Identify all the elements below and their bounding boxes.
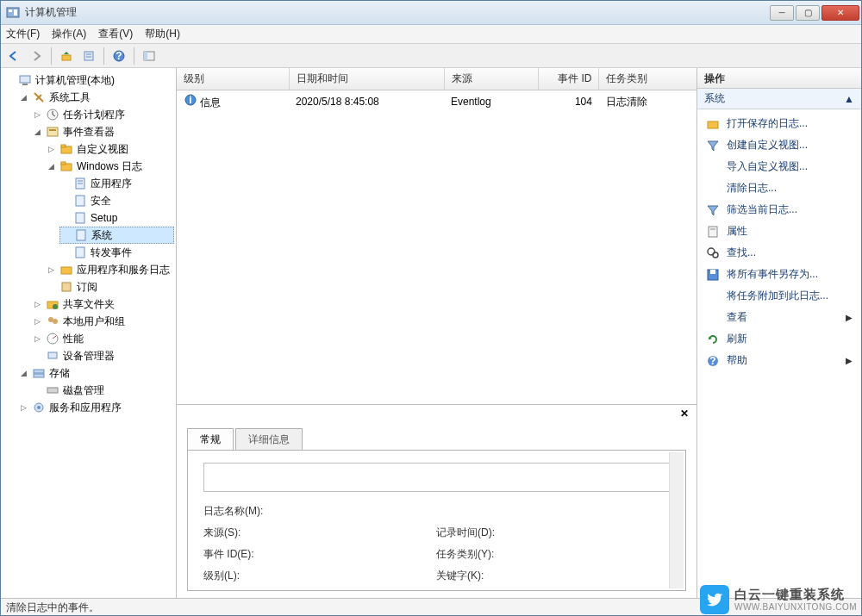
action-attach-task[interactable]: 将任务附加到此日志... — [697, 285, 861, 307]
action-find[interactable]: 查找... — [697, 242, 861, 264]
menu-file[interactable]: 文件(F) — [6, 27, 40, 41]
maximize-button[interactable]: ▢ — [796, 5, 820, 21]
folder-icon — [59, 159, 73, 173]
center-pane: 级别 日期和时间 来源 事件 ID 任务类别 i 信息 2020/5/18 8:… — [177, 68, 697, 598]
actions-section[interactable]: 系统 ▲ — [697, 89, 861, 109]
action-import-view[interactable]: 导入自定义视图... — [697, 156, 861, 177]
filter-icon — [706, 139, 720, 152]
col-source[interactable]: 来源 — [444, 68, 539, 90]
actions-list: 打开保存的日志... 创建自定义视图... 导入自定义视图... 清除日志...… — [697, 109, 861, 375]
detail-message-box — [203, 463, 670, 492]
log-icon — [73, 194, 87, 208]
actions-header: 操作 — [697, 68, 861, 89]
tree-windows-logs[interactable]: ◢Windows 日志 — [46, 158, 174, 175]
minimize-button[interactable]: ─ — [770, 5, 794, 21]
menu-view[interactable]: 查看(V) — [98, 27, 133, 41]
svg-rect-36 — [34, 374, 44, 377]
label-source: 来源(S): — [203, 526, 298, 540]
tree-task-scheduler[interactable]: ▷任务计划程序 — [32, 106, 174, 123]
col-level[interactable]: 级别 — [177, 68, 289, 90]
up-button[interactable] — [57, 47, 76, 65]
svg-rect-23 — [76, 196, 84, 206]
svg-point-30 — [53, 304, 58, 309]
show-pane-button[interactable] — [140, 47, 159, 65]
expand-icon[interactable]: ▷ — [46, 144, 56, 154]
tab-general[interactable]: 常规 — [187, 428, 234, 451]
event-grid-wrap[interactable]: 级别 日期和时间 来源 事件 ID 任务类别 i 信息 2020/5/18 8:… — [177, 68, 696, 405]
action-create-view[interactable]: 创建自定义视图... — [697, 134, 861, 156]
collapse-icon: ▲ — [844, 93, 854, 105]
info-icon: i — [184, 93, 197, 107]
properties-button[interactable] — [79, 47, 98, 65]
tree-log-system[interactable]: 系统 — [59, 227, 174, 244]
tree-shared-folders[interactable]: ▷共享文件夹 — [32, 296, 174, 313]
tab-details[interactable]: 详细信息 — [235, 428, 303, 451]
cell-eventid: 104 — [539, 90, 599, 114]
tree-app-svc-logs[interactable]: ▷应用程序和服务日志 — [46, 261, 174, 278]
collapse-icon[interactable]: ◢ — [18, 92, 28, 103]
expand-icon[interactable]: ▷ — [32, 316, 42, 327]
action-view[interactable]: 查看▶ — [697, 307, 861, 328]
collapse-icon[interactable]: ◢ — [46, 161, 56, 171]
action-filter-current[interactable]: 筛选当前日志... — [697, 199, 861, 221]
action-clear-log[interactable]: 清除日志... — [697, 177, 861, 199]
action-open-saved-log[interactable]: 打开保存的日志... — [697, 113, 861, 134]
tree-local-users[interactable]: ▷本地用户和组 — [32, 313, 174, 330]
tree-storage[interactable]: ◢存储 — [18, 364, 174, 382]
log-icon — [73, 246, 87, 259]
close-button[interactable]: ✕ — [821, 5, 859, 21]
expand-icon[interactable]: ▷ — [18, 402, 28, 413]
label-taskcat: 任务类别(Y): — [436, 547, 531, 562]
back-button[interactable] — [4, 47, 23, 65]
watermark-icon — [700, 585, 729, 614]
action-properties[interactable]: 属性 — [697, 221, 861, 242]
tree-services-apps[interactable]: ▷服务和应用程序 — [18, 399, 174, 416]
menu-help[interactable]: 帮助(H) — [145, 27, 180, 41]
action-help[interactable]: ?帮助▶ — [697, 350, 861, 371]
nav-tree: 计算机管理(本地) ◢ 系统工具 ▷任务计划程序 — [3, 72, 174, 416]
toolbar-divider — [134, 47, 134, 65]
expand-icon[interactable]: ▷ — [32, 109, 42, 120]
svg-text:?: ? — [709, 355, 715, 367]
close-detail-button[interactable]: ✕ — [678, 407, 691, 420]
tree-pane[interactable]: 计算机管理(本地) ◢ 系统工具 ▷任务计划程序 — [1, 68, 177, 598]
menubar: 文件(F) 操作(A) 查看(V) 帮助(H) — [1, 25, 861, 44]
refresh-icon — [706, 333, 720, 346]
tree-root[interactable]: 计算机管理(本地) — [4, 72, 174, 89]
expand-icon[interactable]: ▷ — [32, 333, 42, 344]
action-refresh[interactable]: 刷新 — [697, 328, 861, 350]
tree-subscriptions[interactable]: 订阅 — [46, 278, 174, 296]
action-save-all[interactable]: 将所有事件另存为... — [697, 264, 861, 285]
detail-header: ✕ — [177, 405, 696, 422]
svg-rect-48 — [710, 270, 715, 274]
grid-row[interactable]: i 信息 2020/5/18 8:45:08 Eventlog 104 日志清除 — [177, 90, 696, 114]
status-text: 清除日志中的事件。 — [6, 601, 99, 613]
expand-icon[interactable]: ▷ — [46, 264, 56, 275]
chevron-right-icon: ▶ — [846, 356, 853, 365]
blank-icon — [706, 182, 720, 196]
tree-disk-mgmt[interactable]: 磁盘管理 — [32, 382, 174, 399]
tree-performance[interactable]: ▷性能 — [32, 330, 174, 347]
menu-action[interactable]: 操作(A) — [52, 27, 86, 41]
col-datetime[interactable]: 日期和时间 — [289, 68, 444, 90]
detail-pane: ✕ 常规 详细信息 日志名称(M): 来源(S): 记录时间(D): 事件 ID… — [177, 405, 696, 598]
expand-icon[interactable]: ▷ — [32, 299, 42, 309]
tree-log-security[interactable]: 安全 — [59, 192, 174, 209]
collapse-icon[interactable]: ◢ — [32, 127, 42, 137]
label-user: 用户(U): — [203, 590, 298, 591]
help-button[interactable]: ? — [109, 47, 128, 65]
col-taskcat[interactable]: 任务类别 — [599, 68, 696, 90]
svg-rect-34 — [48, 352, 57, 358]
tree-device-manager[interactable]: 设备管理器 — [32, 347, 174, 364]
collapse-icon[interactable]: ◢ — [18, 368, 28, 378]
forward-button[interactable] — [27, 47, 46, 65]
tree-log-forwarded[interactable]: 转发事件 — [59, 244, 174, 261]
titlebar: 计算机管理 ─ ▢ ✕ — [1, 1, 861, 25]
cell-level: 信息 — [200, 96, 221, 109]
tree-log-application[interactable]: 应用程序 — [59, 175, 174, 192]
tree-custom-views[interactable]: ▷自定义视图 — [46, 140, 174, 158]
col-eventid[interactable]: 事件 ID — [539, 68, 599, 90]
tree-event-viewer[interactable]: ◢事件查看器 — [32, 123, 174, 140]
tree-log-setup[interactable]: Setup — [59, 209, 174, 227]
tree-system-tools[interactable]: ◢ 系统工具 — [18, 89, 174, 106]
